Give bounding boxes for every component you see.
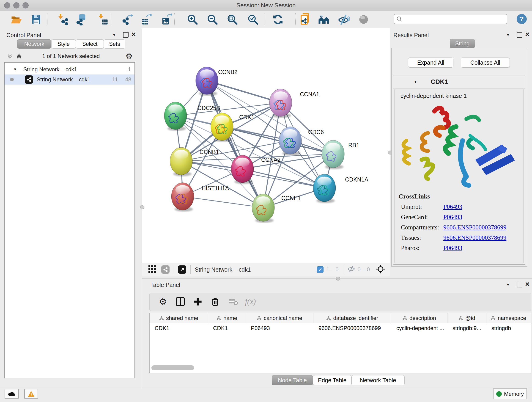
panel-float-icon[interactable] — [123, 32, 128, 38]
tab-select[interactable]: Select — [76, 39, 104, 49]
export-network-arrow-icon[interactable] — [120, 13, 135, 26]
network-node-CCNE1[interactable]: CCNE1 — [252, 194, 301, 223]
panel-close-icon[interactable]: ✕ — [131, 31, 136, 38]
section-collapse-icon[interactable]: ▼ — [413, 80, 418, 84]
panel-float-icon[interactable] — [517, 282, 522, 287]
window-title: Session: New Session — [0, 0, 532, 11]
grid-view-icon[interactable] — [148, 265, 156, 274]
column-header-canonical-name[interactable]: canonical name — [246, 313, 313, 323]
trash-icon[interactable] — [208, 295, 222, 308]
crosslink-link[interactable]: P06493 — [443, 203, 462, 211]
expand-all-button[interactable]: Expand All — [408, 57, 453, 68]
gear-icon[interactable]: ⚙ — [126, 51, 133, 61]
column-header-database-identifier[interactable]: database identifier — [313, 313, 391, 323]
network-node-CCNB1[interactable]: CCNB1 — [170, 147, 219, 176]
network-graph[interactable]: CCNB2CCNA1CDC25BCDK1CDC6RB1CCNB1CCNA2CDK… — [142, 28, 390, 263]
gear-icon[interactable]: ⚙ — [156, 295, 170, 308]
double-house-icon[interactable] — [317, 13, 331, 26]
main-toolbar: ? — [0, 11, 532, 28]
tab-node-table[interactable]: Node Table — [272, 375, 313, 385]
column-header-shared-name[interactable]: shared name — [150, 313, 208, 323]
table-cell[interactable]: CDK1 — [150, 323, 208, 333]
zoom-fit-icon[interactable] — [225, 13, 240, 26]
tab-style[interactable]: Style — [51, 39, 76, 49]
zoom-selected-icon[interactable] — [246, 13, 260, 26]
import-table-icon[interactable] — [95, 13, 110, 26]
panel-float-icon[interactable] — [517, 32, 522, 38]
table-cell[interactable]: P06493 — [246, 323, 313, 333]
tab-string[interactable]: String — [450, 39, 475, 48]
memory-label: Memory — [504, 391, 524, 397]
collapse-all-icon[interactable] — [7, 53, 13, 60]
network-canvas[interactable]: CCNB2CCNA1CDC25BCDK1CDC6RB1CCNB1CCNA2CDK… — [142, 28, 390, 263]
table-cell[interactable]: 9606.ENSP00000378699 — [313, 323, 391, 333]
cloud-button[interactable] — [5, 389, 19, 399]
open-folder-icon[interactable] — [9, 13, 23, 26]
import-network-arrow-icon[interactable] — [55, 13, 70, 26]
zoom-out-icon[interactable] — [205, 13, 220, 26]
table-cell[interactable]: stringdb — [486, 323, 531, 333]
network-node-CCNB2[interactable]: CCNB2 — [196, 67, 238, 96]
hidden-eye-slash-icon[interactable] — [347, 266, 355, 274]
network-node-HIST1H1A[interactable]: HIST1H1A — [171, 183, 229, 211]
tab-network-table[interactable]: Network Table — [351, 375, 405, 385]
table-cell[interactable]: CDK1 — [208, 323, 246, 333]
network-collection-row[interactable]: ▼ String Network – cdk1 1 — [5, 64, 134, 75]
panel-close-icon[interactable]: ✕ — [525, 31, 530, 38]
tab-network[interactable]: Network — [17, 39, 51, 49]
expand-all-icon[interactable] — [16, 53, 22, 60]
delete-table-icon[interactable] — [227, 295, 240, 308]
crosslink-link[interactable]: 9606.ENSP00000378699 — [443, 234, 506, 241]
collapse-all-button[interactable]: Collapse All — [461, 57, 510, 68]
network-node-CDK1[interactable]: CDK1 — [211, 113, 254, 142]
column-header-name[interactable]: name — [208, 313, 246, 323]
network-node-CCNA1[interactable]: CCNA1 — [269, 89, 319, 118]
panel-collapse-icon[interactable]: ▼ — [112, 33, 116, 37]
external-arrow-icon[interactable] — [178, 265, 186, 274]
share-view-icon[interactable] — [161, 265, 170, 274]
import-database-icon[interactable] — [74, 13, 89, 26]
network-row-selected[interactable]: String Network – cdk1 11 48 — [5, 75, 134, 85]
plus-icon[interactable] — [191, 295, 205, 308]
sphere-eye-icon[interactable] — [356, 13, 371, 26]
search-field[interactable] — [394, 14, 507, 24]
export-image-icon[interactable] — [159, 13, 174, 26]
help-icon[interactable]: ? — [517, 14, 527, 24]
network-node-CCNA2[interactable]: CCNA2 — [231, 155, 281, 184]
search-input[interactable] — [402, 16, 505, 22]
panel-close-icon[interactable]: ✕ — [525, 281, 530, 288]
cdk1-section-header[interactable]: ▼ CDK1 — [393, 75, 525, 89]
memory-button[interactable]: Memory — [493, 389, 527, 399]
network-node-CDKN1A[interactable]: CDKN1A — [313, 174, 368, 203]
tab-sets[interactable]: Sets — [104, 39, 125, 49]
network-node-CDC6[interactable]: CDC6 — [279, 127, 324, 156]
crosslink-link[interactable]: P06493 — [443, 245, 462, 252]
network-node-RB1[interactable]: RB1 — [322, 140, 360, 169]
horizontal-scrollbar[interactable] — [152, 365, 194, 370]
table-cell[interactable]: cyclin-dependent ... — [391, 323, 447, 333]
function-icon[interactable]: f(x) — [244, 295, 257, 308]
crosslink-link[interactable]: 9606.ENSP00000378699 — [443, 224, 506, 231]
column-header-namespace[interactable]: namespace — [486, 313, 531, 323]
document-network-icon[interactable] — [298, 13, 312, 26]
zoom-in-icon[interactable] — [185, 13, 200, 26]
save-floppy-icon[interactable] — [29, 13, 44, 26]
panel-collapse-icon[interactable]: ▼ — [506, 283, 510, 287]
circular-arrows-refresh-icon[interactable] — [271, 13, 285, 26]
cdk1-section: ▼ CDK1 cyclin-dependent kinase 1 — [393, 75, 525, 265]
selected-checkbox[interactable]: ✓ — [317, 266, 323, 273]
crosshair-icon[interactable] — [376, 264, 385, 275]
tree-expand-icon[interactable]: ▼ — [13, 67, 17, 71]
table-cell[interactable]: stringdb:9... — [447, 323, 486, 333]
export-table-icon[interactable] — [139, 13, 153, 26]
column-header--id[interactable]: @id — [447, 313, 486, 323]
crosslink-link[interactable]: P06493 — [443, 214, 462, 221]
column-header-description[interactable]: description — [391, 313, 447, 323]
warning-button[interactable] — [24, 389, 38, 399]
eye-slash-icon[interactable] — [336, 13, 351, 26]
splitter-handle[interactable] — [140, 205, 144, 209]
panel-collapse-icon[interactable]: ▼ — [506, 33, 510, 37]
tab-edge-table[interactable]: Edge Table — [313, 375, 351, 385]
node-table[interactable]: shared namenamecanonical namedatabase id… — [149, 313, 531, 373]
columns-icon[interactable] — [173, 295, 187, 308]
